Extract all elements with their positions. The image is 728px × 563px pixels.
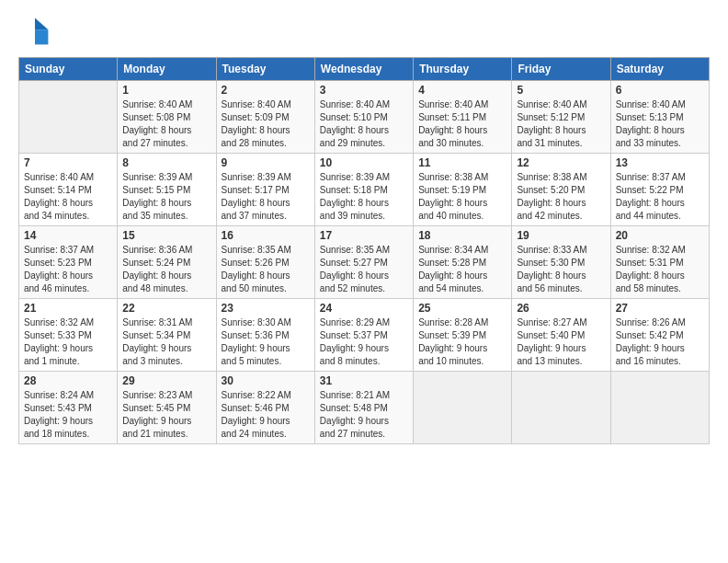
calendar-cell: 11Sunrise: 8:38 AM Sunset: 5:19 PM Dayli…: [414, 154, 512, 226]
calendar-cell: 13Sunrise: 8:37 AM Sunset: 5:22 PM Dayli…: [610, 154, 709, 226]
day-info: Sunrise: 8:35 AM Sunset: 5:27 PM Dayligh…: [320, 244, 408, 295]
day-number: 4: [418, 84, 506, 97]
calendar-cell: 21Sunrise: 8:32 AM Sunset: 5:33 PM Dayli…: [19, 299, 118, 372]
day-info: Sunrise: 8:23 AM Sunset: 5:45 PM Dayligh…: [122, 389, 210, 441]
day-number: 5: [517, 84, 605, 97]
day-number: 18: [418, 229, 506, 242]
calendar-cell: 6Sunrise: 8:40 AM Sunset: 5:13 PM Daylig…: [610, 81, 709, 154]
day-info: Sunrise: 8:36 AM Sunset: 5:24 PM Dayligh…: [122, 244, 210, 295]
header: [18, 15, 710, 48]
calendar-cell: 4Sunrise: 8:40 AM Sunset: 5:11 PM Daylig…: [414, 81, 512, 154]
week-row-4: 28Sunrise: 8:24 AM Sunset: 5:43 PM Dayli…: [19, 372, 710, 444]
calendar-cell: 24Sunrise: 8:29 AM Sunset: 5:37 PM Dayli…: [314, 299, 413, 372]
calendar-cell: [19, 81, 118, 154]
day-info: Sunrise: 8:26 AM Sunset: 5:42 PM Dayligh…: [616, 316, 704, 368]
day-number: 17: [320, 229, 408, 242]
day-number: 26: [517, 302, 605, 315]
calendar-cell: 15Sunrise: 8:36 AM Sunset: 5:24 PM Dayli…: [118, 226, 216, 299]
day-info: Sunrise: 8:32 AM Sunset: 5:33 PM Dayligh…: [24, 316, 112, 368]
header-day-sunday: Sunday: [19, 58, 118, 81]
day-info: Sunrise: 8:40 AM Sunset: 5:14 PM Dayligh…: [24, 171, 112, 223]
day-number: 24: [320, 302, 408, 315]
svg-marker-0: [35, 18, 48, 30]
week-row-0: 1Sunrise: 8:40 AM Sunset: 5:08 PM Daylig…: [19, 81, 710, 154]
calendar-header-row: SundayMondayTuesdayWednesdayThursdayFrid…: [19, 58, 710, 81]
day-info: Sunrise: 8:38 AM Sunset: 5:19 PM Dayligh…: [418, 171, 506, 223]
day-number: 7: [24, 156, 112, 169]
header-day-wednesday: Wednesday: [314, 58, 413, 81]
day-number: 14: [24, 229, 112, 242]
calendar-cell: [610, 372, 709, 444]
day-number: 22: [122, 302, 210, 315]
calendar-cell: 28Sunrise: 8:24 AM Sunset: 5:43 PM Dayli…: [19, 372, 118, 444]
day-number: 8: [122, 156, 210, 169]
day-number: 25: [418, 302, 506, 315]
calendar-cell: 12Sunrise: 8:38 AM Sunset: 5:20 PM Dayli…: [512, 154, 610, 226]
calendar-cell: [414, 372, 512, 444]
day-info: Sunrise: 8:39 AM Sunset: 5:17 PM Dayligh…: [222, 171, 310, 223]
day-number: 21: [24, 302, 112, 315]
calendar-cell: 8Sunrise: 8:39 AM Sunset: 5:15 PM Daylig…: [118, 154, 216, 226]
calendar-cell: 14Sunrise: 8:37 AM Sunset: 5:23 PM Dayli…: [19, 226, 118, 299]
day-number: 1: [122, 84, 210, 97]
day-number: 23: [222, 302, 310, 315]
day-info: Sunrise: 8:28 AM Sunset: 5:39 PM Dayligh…: [418, 316, 506, 368]
week-row-2: 14Sunrise: 8:37 AM Sunset: 5:23 PM Dayli…: [19, 226, 710, 299]
header-day-monday: Monday: [118, 58, 216, 81]
day-info: Sunrise: 8:21 AM Sunset: 5:48 PM Dayligh…: [320, 389, 408, 441]
calendar-cell: 19Sunrise: 8:33 AM Sunset: 5:30 PM Dayli…: [512, 226, 610, 299]
calendar-cell: 1Sunrise: 8:40 AM Sunset: 5:08 PM Daylig…: [118, 81, 216, 154]
day-info: Sunrise: 8:40 AM Sunset: 5:12 PM Dayligh…: [517, 98, 605, 150]
day-number: 9: [222, 156, 310, 169]
day-number: 15: [122, 229, 210, 242]
header-day-thursday: Thursday: [414, 58, 512, 81]
day-number: 2: [222, 84, 310, 97]
day-number: 13: [616, 156, 704, 169]
calendar-cell: 3Sunrise: 8:40 AM Sunset: 5:10 PM Daylig…: [314, 81, 413, 154]
week-row-1: 7Sunrise: 8:40 AM Sunset: 5:14 PM Daylig…: [19, 154, 710, 226]
svg-marker-1: [35, 29, 48, 44]
page-container: SundayMondayTuesdayWednesdayThursdayFrid…: [0, 0, 728, 454]
day-number: 10: [320, 156, 408, 169]
day-number: 28: [24, 374, 112, 387]
calendar-cell: 27Sunrise: 8:26 AM Sunset: 5:42 PM Dayli…: [610, 299, 709, 372]
logo-icon: [18, 15, 51, 48]
logo: [18, 15, 55, 48]
calendar-cell: 30Sunrise: 8:22 AM Sunset: 5:46 PM Dayli…: [216, 372, 314, 444]
header-day-friday: Friday: [512, 58, 610, 81]
calendar-table: SundayMondayTuesdayWednesdayThursdayFrid…: [18, 57, 710, 444]
day-number: 16: [222, 229, 310, 242]
calendar-cell: 26Sunrise: 8:27 AM Sunset: 5:40 PM Dayli…: [512, 299, 610, 372]
day-number: 31: [320, 374, 408, 387]
calendar-cell: 25Sunrise: 8:28 AM Sunset: 5:39 PM Dayli…: [414, 299, 512, 372]
calendar-cell: 29Sunrise: 8:23 AM Sunset: 5:45 PM Dayli…: [118, 372, 216, 444]
calendar-cell: 22Sunrise: 8:31 AM Sunset: 5:34 PM Dayli…: [118, 299, 216, 372]
day-number: 29: [122, 374, 210, 387]
day-info: Sunrise: 8:40 AM Sunset: 5:11 PM Dayligh…: [418, 98, 506, 150]
day-info: Sunrise: 8:40 AM Sunset: 5:09 PM Dayligh…: [222, 98, 310, 150]
week-row-3: 21Sunrise: 8:32 AM Sunset: 5:33 PM Dayli…: [19, 299, 710, 372]
day-number: 12: [517, 156, 605, 169]
calendar-cell: 18Sunrise: 8:34 AM Sunset: 5:28 PM Dayli…: [414, 226, 512, 299]
day-number: 11: [418, 156, 506, 169]
calendar-cell: 9Sunrise: 8:39 AM Sunset: 5:17 PM Daylig…: [216, 154, 314, 226]
day-number: 6: [616, 84, 704, 97]
day-info: Sunrise: 8:39 AM Sunset: 5:15 PM Dayligh…: [122, 171, 210, 223]
header-day-saturday: Saturday: [610, 58, 709, 81]
day-info: Sunrise: 8:35 AM Sunset: 5:26 PM Dayligh…: [222, 244, 310, 295]
day-info: Sunrise: 8:29 AM Sunset: 5:37 PM Dayligh…: [320, 316, 408, 368]
day-info: Sunrise: 8:37 AM Sunset: 5:22 PM Dayligh…: [616, 171, 704, 223]
calendar-cell: 17Sunrise: 8:35 AM Sunset: 5:27 PM Dayli…: [314, 226, 413, 299]
day-info: Sunrise: 8:37 AM Sunset: 5:23 PM Dayligh…: [24, 244, 112, 295]
day-info: Sunrise: 8:32 AM Sunset: 5:31 PM Dayligh…: [616, 244, 704, 295]
calendar-cell: 10Sunrise: 8:39 AM Sunset: 5:18 PM Dayli…: [314, 154, 413, 226]
day-info: Sunrise: 8:33 AM Sunset: 5:30 PM Dayligh…: [517, 244, 605, 295]
day-info: Sunrise: 8:22 AM Sunset: 5:46 PM Dayligh…: [222, 389, 310, 441]
day-info: Sunrise: 8:27 AM Sunset: 5:40 PM Dayligh…: [517, 316, 605, 368]
day-number: 30: [222, 374, 310, 387]
calendar-cell: 31Sunrise: 8:21 AM Sunset: 5:48 PM Dayli…: [314, 372, 413, 444]
header-day-tuesday: Tuesday: [216, 58, 314, 81]
day-number: 27: [616, 302, 704, 315]
calendar-cell: 16Sunrise: 8:35 AM Sunset: 5:26 PM Dayli…: [216, 226, 314, 299]
calendar-cell: 2Sunrise: 8:40 AM Sunset: 5:09 PM Daylig…: [216, 81, 314, 154]
